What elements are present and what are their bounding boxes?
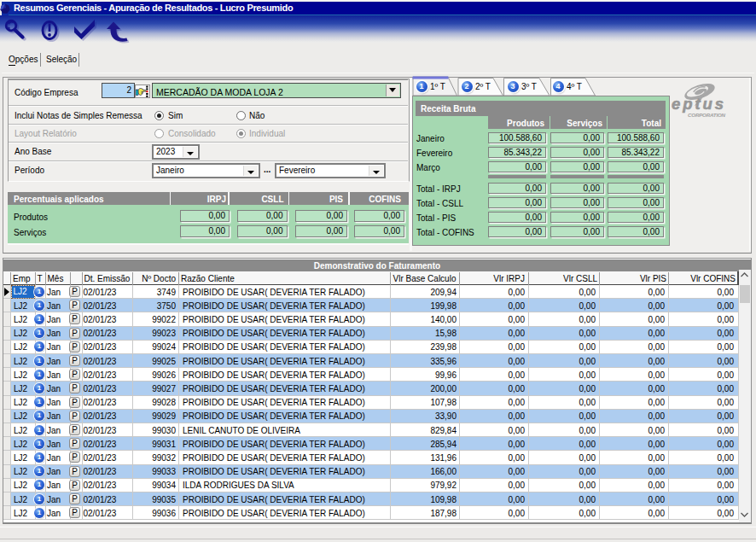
svg-text:CORPORATION: CORPORATION [688, 112, 726, 118]
svg-text:eptus: eptus [672, 95, 724, 113]
